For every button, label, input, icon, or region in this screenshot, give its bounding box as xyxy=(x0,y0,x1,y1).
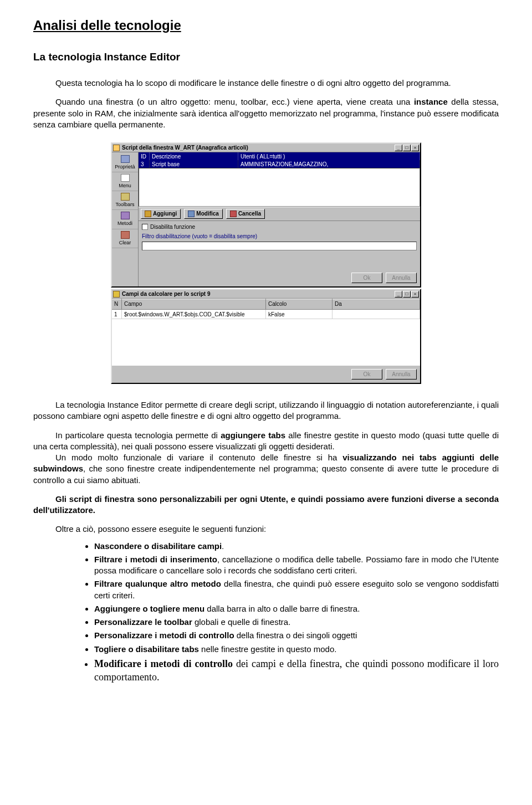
sidebar-label: Metodi xyxy=(117,220,132,227)
ok-button[interactable]: Ok xyxy=(351,273,382,284)
li-rest: nelle finestre gestite in questo modo. xyxy=(199,644,336,654)
list-item: Personalizzare i metodi di controllo del… xyxy=(94,630,499,641)
cancel-button-2[interactable]: Annulla xyxy=(386,369,417,380)
window-icon xyxy=(113,145,120,151)
window-script-editor: Script della finestra W_ART (Anagrafica … xyxy=(111,142,421,288)
p6-bold: Gli script di finestra sono personalizza… xyxy=(33,494,499,515)
paragraph-2: Quando una finestra (o un altro oggetto:… xyxy=(33,96,499,130)
maximize-button[interactable]: □ xyxy=(403,145,411,151)
edit-button[interactable]: Modifica xyxy=(184,209,223,219)
add-icon xyxy=(145,211,151,217)
sidebar-item-menu[interactable]: Menu xyxy=(112,172,138,191)
titlebar-1: Script della finestra W_ART (Anagrafica … xyxy=(112,143,420,152)
cancel-button[interactable]: Annulla xyxy=(386,273,417,284)
bullet-list: Nascondere o disabilitare campi. Filtrar… xyxy=(94,541,499,684)
col-calcolo: Calcolo xyxy=(266,299,332,309)
minimize-button[interactable]: _ xyxy=(395,291,402,298)
cell-da xyxy=(332,310,420,319)
col-desc: Descrizione xyxy=(150,152,238,160)
cell-campo: $root.$windows.W_ART.$objs.COD_CAT.$visi… xyxy=(122,310,266,319)
grid-header: ID Descrizione Utenti ( ALL=tutti ) xyxy=(139,152,420,160)
grid2-row[interactable]: 1 $root.$windows.W_ART.$objs.COD_CAT.$vi… xyxy=(112,310,420,319)
sidebar-label: Menu xyxy=(119,182,131,189)
form-area: Disabilita funzione Filtro disabilitazio… xyxy=(139,221,420,253)
add-button[interactable]: Aggiungi xyxy=(141,209,181,219)
li-strong: Togliere o disabilitare tabs xyxy=(94,644,199,654)
window-fields-calc: Campi da calcolare per lo script 9 _ □ ×… xyxy=(111,289,421,384)
li-strong: Nascondere o disabilitare campi xyxy=(94,541,222,551)
li-strong: Filtrare i metodi di inserimento xyxy=(94,555,217,564)
subtitle: La tecnologia Instance Editor xyxy=(33,50,499,64)
disable-label: Disabilita funzione xyxy=(150,223,195,231)
grid-row[interactable]: 3 Script base AMMINISTRAZIONE,MAGAZZINO, xyxy=(139,160,420,168)
paragraph-4: In particolare questa tecnologia permett… xyxy=(33,430,499,453)
titlebar-2: Campi da calcolare per lo script 9 _ □ × xyxy=(112,290,420,299)
sidebar: Proprietà Menu Toolbars Metodi Clear xyxy=(112,152,139,286)
page-title: Analisi delle tecnologie xyxy=(33,17,499,34)
sidebar-label: Proprietà xyxy=(115,163,135,170)
toolbar: Aggiungi Modifica Cancella xyxy=(139,207,420,221)
list-item: Aggiungere o togliere menu dalla barra i… xyxy=(94,603,499,614)
ok-button-2[interactable]: Ok xyxy=(351,369,382,380)
close-button[interactable]: × xyxy=(411,291,419,298)
clear-icon xyxy=(121,231,130,239)
filter-input[interactable] xyxy=(142,242,417,250)
list-item-last: Modificare i metodi di controllo dei cam… xyxy=(94,657,499,684)
li-strong: Modificare i metodi di controllo xyxy=(94,658,233,669)
delete-button[interactable]: Cancella xyxy=(226,209,265,219)
li-strong: Filtrare qualunque altro metodo xyxy=(94,579,221,588)
menu-icon xyxy=(121,174,130,182)
grid2-body[interactable] xyxy=(112,319,420,366)
paragraph-3: La tecnologia Instance Editor permette d… xyxy=(33,399,499,422)
sidebar-item-properties[interactable]: Proprietà xyxy=(112,153,138,172)
p5-a: Un modo molto funzionale di variare il c… xyxy=(55,453,342,462)
sidebar-label: Toolbars xyxy=(115,201,134,208)
list-item: Nascondere o disabilitare campi. xyxy=(94,541,499,552)
li-strong: Personalizzare le toolbar xyxy=(94,617,192,627)
li-rest: globali e quelle di finestra. xyxy=(192,617,291,627)
close-button[interactable]: × xyxy=(411,145,419,151)
delete-icon xyxy=(230,211,237,217)
window-icon xyxy=(113,291,120,298)
cell-n: 1 xyxy=(112,310,122,319)
list-item: Filtrare qualunque altro metodo della fi… xyxy=(94,578,499,601)
li-strong: Personalizzare i metodi di controllo xyxy=(94,630,234,640)
col-users: Utenti ( ALL=tutti ) xyxy=(238,152,420,160)
li-rest: . xyxy=(222,541,224,551)
sidebar-item-clear[interactable]: Clear xyxy=(112,229,138,248)
cell-users: AMMINISTRAZIONE,MAGAZZINO, xyxy=(238,160,420,168)
main-pane: ID Descrizione Utenti ( ALL=tutti ) 3 Sc… xyxy=(139,152,420,286)
methods-icon xyxy=(121,212,130,219)
col-da: Da xyxy=(332,299,420,309)
window-title-2: Campi da calcolare per lo script 9 xyxy=(122,290,395,298)
disable-checkbox[interactable] xyxy=(142,224,148,230)
list-item: Personalizzare le toolbar globali e quel… xyxy=(94,617,499,628)
edit-icon xyxy=(188,211,195,217)
properties-icon xyxy=(121,155,130,163)
edit-label: Modifica xyxy=(196,210,219,218)
grid2-header: N Campo Calcolo Da xyxy=(112,299,420,310)
embedded-screenshot: Script della finestra W_ART (Anagrafica … xyxy=(111,142,421,384)
p4-a: In particolare questa tecnologia permett… xyxy=(55,430,221,440)
p2-b: instance xyxy=(414,97,448,106)
maximize-button[interactable]: □ xyxy=(403,291,411,298)
paragraph-1: Questa tecnologia ha lo scopo di modific… xyxy=(33,78,499,89)
sidebar-label: Clear xyxy=(119,239,131,246)
filter-label: Filtro disabilitazione (vuoto = disabili… xyxy=(142,233,417,240)
cell-desc: Script base xyxy=(150,160,238,168)
grid-body[interactable] xyxy=(139,168,420,207)
cell-id: 3 xyxy=(139,160,150,168)
paragraph-5: Un modo molto funzionale di variare il c… xyxy=(33,452,499,486)
add-label: Aggiungi xyxy=(153,210,177,218)
paragraph-7: Oltre a ciò, possono essere eseguite le … xyxy=(33,524,499,535)
toolbars-icon xyxy=(121,193,130,201)
sidebar-item-toolbars[interactable]: Toolbars xyxy=(112,191,138,210)
li-rest: dalla barra in alto o dalle barre di fin… xyxy=(204,604,360,613)
minimize-button[interactable]: _ xyxy=(395,145,402,151)
sidebar-item-methods[interactable]: Metodi xyxy=(112,210,138,229)
col-n: N xyxy=(112,299,122,309)
li-strong: Aggiungere o togliere menu xyxy=(94,604,204,613)
col-campo: Campo xyxy=(122,299,266,309)
p5-c: , che sono finestre create indipendentem… xyxy=(33,464,499,484)
p2-a: Quando una finestra (o un altro oggetto:… xyxy=(55,97,414,106)
